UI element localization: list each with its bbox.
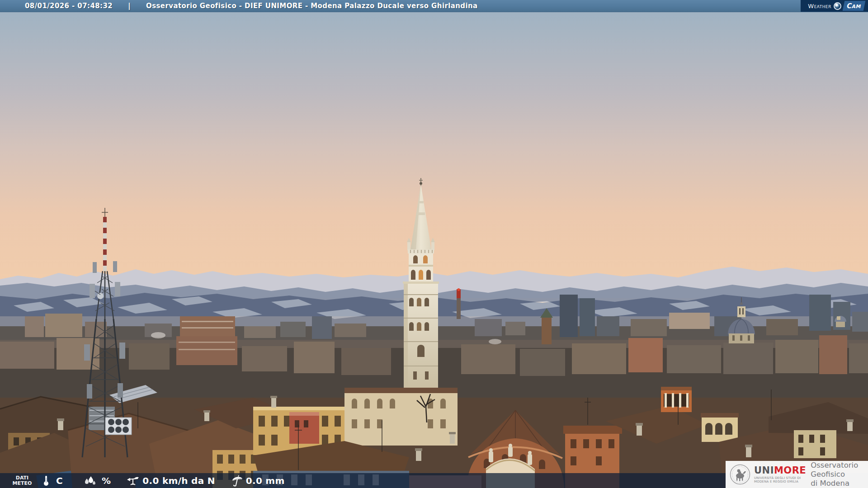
header-bar: 08/01/2026 - 07:48:32 | Osservatorio Geo… [0, 0, 868, 12]
roof-loggia [661, 387, 692, 412]
unimore-subtitle: UNIVERSITÀ DEGLI STUDI DI MODENA E REGGI… [754, 476, 806, 483]
rain-readout: 0.0 mm [231, 475, 285, 487]
city-panorama [0, 0, 868, 488]
drops-icon [83, 475, 96, 487]
datetime: 08/01/2026 - 07:48:32 [25, 2, 113, 10]
unimore-uni: UNI [754, 465, 774, 476]
wind-value: 0.0 km/h da N [142, 475, 215, 486]
unimore-seal-icon [730, 464, 750, 485]
observatory-name: Osservatorio Geofisico di Modena [811, 461, 868, 488]
webcam-frame: 08/01/2026 - 07:48:32 | Osservatorio Geo… [0, 0, 868, 488]
meteo-label: DATI METEO [9, 475, 35, 486]
unimore-logo: UNIMORE UNIVERSITÀ DEGLI STUDI DI MODENA… [726, 461, 868, 488]
header-separator: | [128, 2, 131, 10]
weathercam-logo: Weather Cam [801, 0, 868, 12]
humidity-readout: % [83, 475, 111, 487]
weathercam-word1: Weather [808, 3, 831, 9]
humidity-unit: % [102, 475, 111, 486]
weathercam-lens-icon [834, 2, 841, 10]
rain-value: 0.0 mm [246, 475, 285, 486]
thermometer-icon [42, 475, 51, 487]
temperature-unit: C [56, 475, 63, 486]
wind-readout: 0.0 km/h da N [126, 475, 215, 487]
weathercam-word2: Cam [843, 1, 866, 11]
unimore-more: MORE [774, 465, 806, 476]
beacon-chimney [457, 288, 461, 319]
unimore-brand: UNIMORE UNIVERSITÀ DEGLI STUDI DI MODENA… [754, 466, 806, 483]
umbrella-icon [231, 475, 243, 487]
sky [0, 0, 868, 307]
small-dome [835, 316, 846, 327]
hvac-unit [105, 418, 132, 435]
camera-title: Osservatorio Geofisico - DIEF UNIMORE - … [146, 2, 478, 10]
temperature-readout: C [42, 475, 63, 487]
wind-vane-icon [126, 475, 140, 487]
